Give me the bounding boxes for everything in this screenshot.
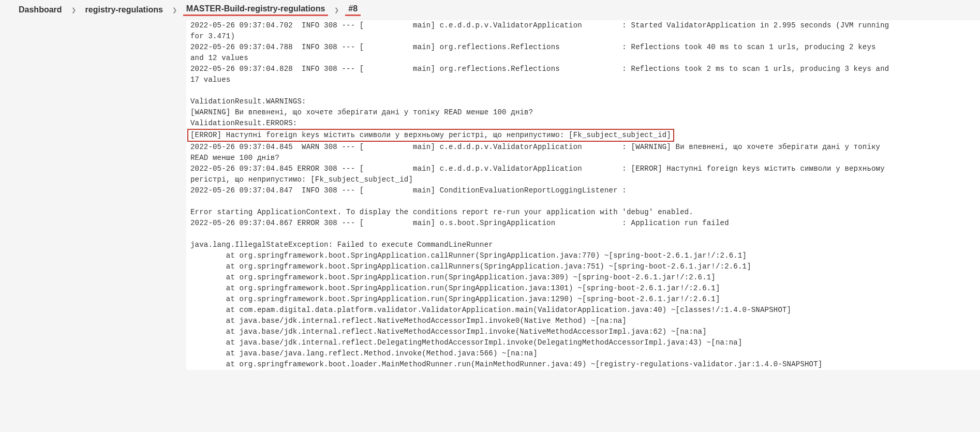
log-line: READ менше 100 днів? <box>190 153 976 163</box>
log-line: at java.base/jdk.internal.reflect.Delega… <box>190 337 976 348</box>
log-line: for 3.471) <box>190 31 976 42</box>
log-line: 2022-05-26 09:37:04.828 INFO 308 --- [ m… <box>190 64 976 75</box>
log-line: 2022-05-26 09:37:04.847 INFO 308 --- [ m… <box>190 185 976 196</box>
log-line: 17 values <box>190 75 976 85</box>
log-line: Error starting ApplicationContext. To di… <box>190 207 976 218</box>
log-line: 2022-05-26 09:37:04.788 INFO 308 --- [ m… <box>190 42 976 53</box>
log-line <box>190 85 976 96</box>
console-log: 2022-05-26 09:37:04.702 INFO 308 --- [ m… <box>186 20 980 370</box>
log-line: at org.springframework.boot.loader.MainM… <box>190 359 976 370</box>
breadcrumb-build-number[interactable]: #8 <box>345 4 361 16</box>
log-line: [ERROR] Наступні foreign keys містить си… <box>190 129 976 142</box>
log-line: ValidationResult.ERRORS: <box>190 118 976 129</box>
log-line: [WARNING] Ви впевнені, що хочете зберіга… <box>190 107 976 118</box>
log-line: 2022-05-26 09:37:04.702 INFO 308 --- [ m… <box>190 20 976 31</box>
log-line: at org.springframework.boot.SpringApplic… <box>190 272 976 283</box>
log-line: at java.base/java.lang.reflect.Method.in… <box>190 348 976 359</box>
log-line: ValidationResult.WARNINGS: <box>190 96 976 107</box>
log-line: at org.springframework.boot.SpringApplic… <box>190 283 976 294</box>
breadcrumb-nav: Dashboard ❯ registry-regulations ❯ MASTE… <box>0 0 980 20</box>
chevron-right-icon: ❯ <box>168 7 181 13</box>
breadcrumb-dashboard[interactable]: Dashboard <box>16 5 65 16</box>
log-line: at com.epam.digital.data.platform.valida… <box>190 305 976 316</box>
log-line: 2022-05-26 09:37:04.845 WARN 308 --- [ m… <box>190 142 976 153</box>
log-line: at org.springframework.boot.SpringApplic… <box>190 294 976 305</box>
log-line: at java.base/jdk.internal.reflect.Native… <box>190 316 976 326</box>
log-line: at org.springframework.boot.SpringApplic… <box>190 250 976 261</box>
log-line: and 12 values <box>190 53 976 64</box>
log-line: регістрі, що неприпустимо: [Fk_subject_s… <box>190 174 976 185</box>
log-line: at org.springframework.boot.SpringApplic… <box>190 261 976 272</box>
log-line: 2022-05-26 09:37:04.845 ERROR 308 --- [ … <box>190 163 976 174</box>
log-line: at java.base/jdk.internal.reflect.Native… <box>190 326 976 337</box>
log-line: java.lang.IllegalStateException: Failed … <box>190 240 976 250</box>
breadcrumb-master-build[interactable]: MASTER-Build-registry-regulations <box>183 4 328 16</box>
chevron-right-icon: ❯ <box>330 7 343 13</box>
error-highlight: [ERROR] Наступні foreign keys містить си… <box>187 129 674 142</box>
log-line: 2022-05-26 09:37:04.867 ERROR 308 --- [ … <box>190 218 976 229</box>
log-line <box>190 196 976 207</box>
chevron-right-icon: ❯ <box>67 7 80 13</box>
breadcrumb-registry-regulations[interactable]: registry-regulations <box>82 5 166 16</box>
log-line <box>190 229 976 240</box>
